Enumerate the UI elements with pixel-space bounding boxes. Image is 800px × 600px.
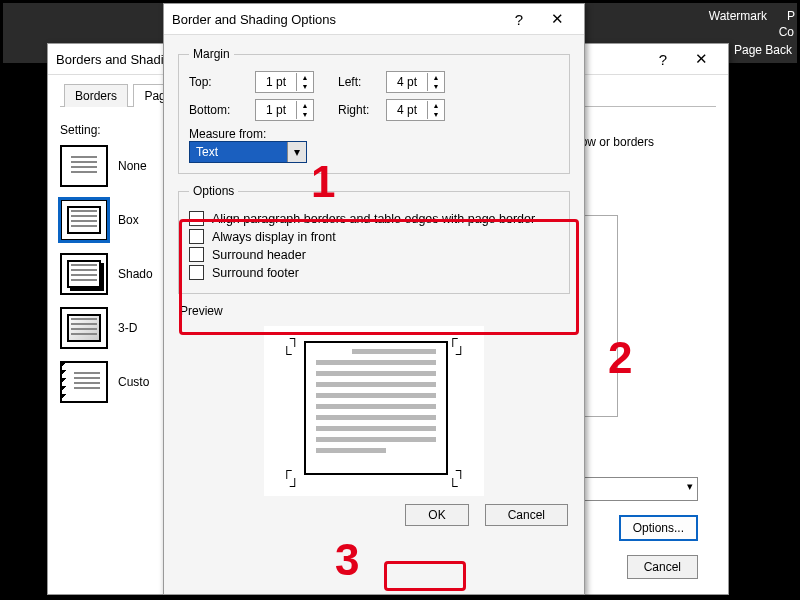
setting-3d[interactable]: 3-D — [60, 307, 175, 349]
checkbox-header-label: Surround header — [212, 248, 306, 262]
cancel-button-back[interactable]: Cancel — [627, 555, 698, 579]
checkbox-icon — [189, 229, 204, 244]
ribbon-co: Co — [779, 25, 794, 39]
spin-arrows-icon[interactable]: ▲▼ — [427, 73, 444, 91]
setting-box[interactable]: Box — [60, 199, 175, 241]
bottom-spinner[interactable]: 1 pt ▲▼ — [255, 99, 314, 121]
preview-stage: ┐┌ ┘└ └┌ ┘┐ — [264, 326, 484, 496]
setting-header: Setting: — [60, 123, 175, 137]
setting-custom-label: Custo — [118, 375, 149, 389]
right-spinner[interactable]: 4 pt ▲▼ — [386, 99, 445, 121]
help-icon[interactable]: ? — [644, 51, 682, 68]
spin-arrows-icon[interactable]: ▲▼ — [296, 73, 313, 91]
measure-from-value: Text — [196, 145, 218, 159]
margin-group: Margin Top: 1 pt ▲▼ Left: 4 pt ▲▼ Bottom… — [178, 47, 570, 174]
top-value: 1 pt — [256, 75, 296, 89]
checkbox-align-label: Align paragraph borders and table edges … — [212, 212, 535, 226]
bottom-label: Bottom: — [189, 103, 249, 117]
threeD-icon — [67, 314, 101, 342]
setting-column: Setting: None Box Shado 3-D Custo — [60, 123, 175, 415]
ribbon-p: P — [787, 9, 795, 23]
left-value: 4 pt — [387, 75, 427, 89]
checkbox-footer-label: Surround footer — [212, 266, 299, 280]
top-label: Top: — [189, 75, 249, 89]
box-icon — [67, 206, 101, 234]
setting-3d-label: 3-D — [118, 321, 137, 335]
checkbox-footer[interactable]: Surround footer — [189, 265, 559, 280]
checkbox-header[interactable]: Surround header — [189, 247, 559, 262]
setting-custom[interactable]: Custo — [60, 361, 175, 403]
measure-from-dropdown[interactable]: Text — [189, 141, 307, 163]
help-icon[interactable]: ? — [500, 11, 538, 28]
none-icon — [71, 156, 97, 176]
right-label: Right: — [338, 103, 380, 117]
preview-legend: Preview — [180, 304, 570, 318]
left-spinner[interactable]: 4 pt ▲▼ — [386, 71, 445, 93]
ribbon-watermark[interactable]: Watermark — [709, 9, 767, 23]
margin-legend: Margin — [189, 47, 234, 61]
top-spinner[interactable]: 1 pt ▲▼ — [255, 71, 314, 93]
measure-from-label: Measure from: — [189, 127, 559, 141]
cancel-button[interactable]: Cancel — [485, 504, 568, 526]
front-title: Border and Shading Options — [172, 12, 336, 27]
shadow-icon — [67, 260, 101, 288]
checkbox-front[interactable]: Always display in front — [189, 229, 559, 244]
checkbox-front-label: Always display in front — [212, 230, 336, 244]
spin-arrows-icon[interactable]: ▲▼ — [427, 101, 444, 119]
setting-box-label: Box — [118, 213, 139, 227]
preview-hint: low or borders — [578, 135, 698, 149]
close-icon[interactable]: ✕ — [538, 10, 576, 28]
checkbox-icon — [189, 211, 204, 226]
left-label: Left: — [338, 75, 380, 89]
custom-icon — [74, 372, 100, 392]
setting-none[interactable]: None — [60, 145, 175, 187]
checkbox-align[interactable]: Align paragraph borders and table edges … — [189, 211, 559, 226]
ribbon-pageback[interactable]: Page Back — [734, 43, 792, 57]
spin-arrows-icon[interactable]: ▲▼ — [296, 101, 313, 119]
tab-borders[interactable]: Borders — [64, 84, 128, 107]
checkbox-icon — [189, 247, 204, 262]
border-shading-options-dialog: Border and Shading Options ? ✕ Margin To… — [163, 3, 585, 595]
options-button[interactable]: Options... — [619, 515, 698, 541]
setting-shadow[interactable]: Shado — [60, 253, 175, 295]
options-legend: Options — [189, 184, 238, 198]
preview-page-icon — [304, 341, 448, 475]
close-icon[interactable]: ✕ — [682, 50, 720, 68]
back-title: Borders and Shading — [56, 52, 178, 67]
options-group: Options Align paragraph borders and tabl… — [178, 184, 570, 294]
bottom-value: 1 pt — [256, 103, 296, 117]
front-titlebar: Border and Shading Options ? ✕ — [164, 4, 584, 35]
checkbox-icon — [189, 265, 204, 280]
right-value: 4 pt — [387, 103, 427, 117]
preview-group: Preview ┐┌ ┘└ └┌ ┘┐ — [178, 304, 570, 496]
ok-button[interactable]: OK — [405, 504, 468, 526]
setting-none-label: None — [118, 159, 147, 173]
setting-shadow-label: Shado — [118, 267, 153, 281]
